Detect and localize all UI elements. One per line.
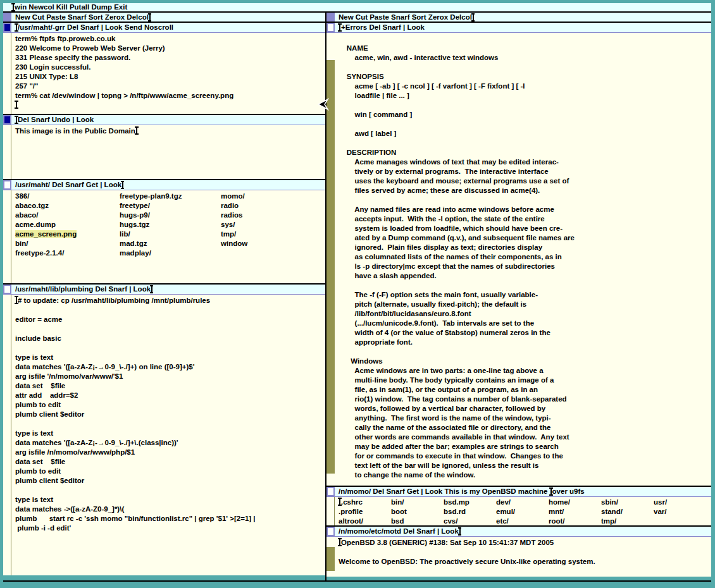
text-line[interactable]: DESCRIPTION [339, 148, 711, 157]
text-line[interactable]: system is loaded from loadfile, which sh… [339, 224, 711, 233]
listing-item[interactable]: momo/ [221, 192, 325, 201]
text-line[interactable]: editor = acme [15, 315, 325, 324]
text-line[interactable]: The -f (-F) option sets the main font, u… [339, 290, 711, 300]
listing-item[interactable]: etc/ [496, 517, 549, 525]
text-line[interactable]: (.../lucm/unicode.9.font). Tab intervals… [339, 319, 711, 328]
text-line[interactable]: type is text [15, 429, 325, 438]
text-line[interactable]: pitch (alternate, usually fixed-pitch); … [339, 300, 711, 309]
text-line[interactable]: plumb client $editor [15, 476, 325, 486]
text-line[interactable] [339, 101, 711, 110]
listing-item[interactable]: tmp/ [221, 230, 325, 239]
scrollbar[interactable] [3, 190, 11, 283]
text-line[interactable]: include basic [15, 334, 325, 343]
listing-item[interactable]: window [221, 239, 325, 248]
listing-item[interactable]: var/ [654, 507, 711, 517]
listing-item[interactable]: .profile [339, 507, 391, 517]
main-menu-text[interactable]: win Newcol Kill Putall Dump Exit [15, 3, 127, 12]
text-line[interactable] [339, 138, 711, 148]
text-line[interactable] [339, 347, 711, 357]
text-line[interactable] [15, 101, 325, 110]
text-line[interactable] [339, 281, 711, 290]
left-column-tag[interactable]: New Cut Paste Snarf Sort Zerox Delcol [3, 13, 325, 23]
text-line[interactable]: awd [ label ] [339, 129, 711, 138]
listing-item[interactable]: cvs/ [444, 517, 496, 525]
text-line[interactable]: type is text [15, 353, 325, 362]
listing-item[interactable]: acme_screen.png [15, 230, 120, 239]
listing-item[interactable]: bin/ [15, 239, 120, 248]
text-line[interactable]: data matches '([a-zA-Z¡-→0-9_\-./]+) on … [15, 362, 325, 372]
text-line[interactable]: data set $file [15, 457, 325, 467]
scrollbar-thumb[interactable] [326, 33, 335, 60]
listing-item[interactable]: emul/ [496, 507, 549, 517]
text-line[interactable]: data matches '([a-zA-Z¡-→0-9_\-./]+\.(cl… [15, 438, 325, 448]
text-line[interactable] [15, 419, 325, 429]
listing-item[interactable]: usr/ [654, 498, 711, 507]
text-line[interactable]: loadfile | file ... ] [339, 91, 711, 101]
text-line[interactable]: acme [ -ab ] [ -c ncol ] [ -f varfont ] … [339, 82, 711, 91]
plumbing-rules-text[interactable]: # to update: cp /usr/maht/lib/plumbing /… [11, 295, 325, 575]
listing-item[interactable]: abaco.tgz [15, 201, 120, 211]
listing-item[interactable]: sys/ [221, 220, 325, 230]
text-line[interactable]: data set $file [15, 381, 325, 391]
main-menu-bar[interactable]: win Newcol Kill Putall Dump Exit [3, 3, 711, 13]
selected-file[interactable]: acme_screen.png [15, 230, 77, 238]
text-line[interactable]: Acme manages windows of text that may be… [339, 157, 711, 167]
window-tag-text[interactable]: over u9fs [552, 487, 585, 496]
text-line[interactable]: width of 4 (or the value of $tabstop) nu… [339, 328, 711, 338]
text-line[interactable]: Welcome to OpenBSD: The proactively secu… [339, 557, 711, 567]
text-line[interactable]: uses the keyboard and mouse; external pr… [339, 176, 711, 186]
text-line[interactable]: win [ command ] [339, 110, 711, 119]
listing-item[interactable] [221, 248, 325, 258]
man-page-text[interactable]: NAME acme, win, awd - interactive text w… [335, 33, 711, 486]
listing-item[interactable]: mnt/ [549, 507, 601, 517]
text-line[interactable]: plumb to edit [15, 467, 325, 476]
listing-item[interactable]: bsd [391, 517, 444, 525]
text-line[interactable]: plumb -i -d edit' [15, 524, 325, 533]
window-dirty-box-icon[interactable] [3, 23, 11, 32]
listing-item[interactable]: tmp/ [601, 517, 654, 525]
window-clean-box-icon[interactable] [3, 285, 11, 294]
text-line[interactable]: words, followed by a vertical bar charac… [339, 404, 711, 413]
listing-item[interactable]: lib/ [120, 230, 221, 239]
window-clean-box-icon[interactable] [326, 487, 335, 496]
text-line[interactable]: term% ftpfs ftp.proweb.co.uk [15, 34, 325, 44]
text-line[interactable]: to change the name of the window. [339, 470, 711, 480]
column-drag-box-icon[interactable] [3, 13, 11, 21]
window-tag[interactable]: /usr/maht/-grr Del Snarf | Look Send Nos… [3, 23, 325, 33]
listing-item[interactable]: altroot/ [339, 517, 391, 525]
listing-item[interactable]: hugs-p9/ [120, 211, 221, 220]
window-tag-text[interactable]: /usr/maht/lib/plumbing Del Snarf | Look [15, 285, 151, 294]
window-tag-text[interactable]: /n/momo/ Del Snarf Get | Look This is my… [339, 487, 550, 496]
listing-item[interactable]: 386/ [15, 192, 120, 201]
text-line[interactable] [15, 343, 325, 353]
window-tag[interactable]: /usr/maht/lib/plumbing Del Snarf | Look [3, 285, 325, 295]
text-line[interactable] [15, 305, 325, 315]
column-drag-box-icon[interactable] [326, 13, 335, 21]
text-line[interactable]: for or commands to execute in that windo… [339, 451, 711, 461]
text-line[interactable]: Any named files are read into acme windo… [339, 205, 711, 214]
text-line[interactable]: plumb to edit [15, 400, 325, 410]
text-line[interactable] [339, 34, 711, 44]
text-line[interactable]: term% cat /dev/window | topng > /n/ftp/w… [15, 91, 325, 101]
scrollbar-thumb[interactable] [326, 571, 335, 577]
listing-item[interactable]: hugs.tgz [120, 220, 221, 230]
window-tag-text[interactable]: Del Snarf Undo | Look [18, 115, 94, 125]
listing-item[interactable]: freetype-2.1.4/ [15, 248, 120, 258]
text-line[interactable]: ated by a Dump command (q.v.), and subse… [339, 233, 711, 243]
text-line[interactable]: 230 Login successful. [15, 63, 325, 72]
listing-item[interactable]: root/ [549, 517, 601, 525]
text-line[interactable]: as columnated lists of the names of thei… [339, 252, 711, 262]
listing-item[interactable]: radio [221, 201, 325, 211]
right-column-tag[interactable]: New Cut Paste Snarf Sort Zerox Delcol [326, 13, 711, 23]
text-line[interactable]: may be added after the bar; examples are… [339, 442, 711, 451]
text-line[interactable] [15, 486, 325, 495]
scrollbar-thumb[interactable] [326, 474, 335, 486]
text-line[interactable] [339, 195, 711, 205]
motd-text[interactable]: OpenBSD 3.8 (GENERIC) #138: Sat Sep 10 1… [335, 537, 711, 577]
scrollbar[interactable] [3, 125, 11, 179]
text-line[interactable]: ignored. Plain files display as text; di… [339, 243, 711, 252]
window-tag[interactable]: /n/momo/etc/motd Del Snarf | Look [326, 527, 711, 537]
text-line[interactable]: NAME [339, 44, 711, 53]
text-line[interactable]: ls -p directory|mc except that the names… [339, 262, 711, 271]
text-line[interactable]: text left of the bar will be ignored, un… [339, 461, 711, 470]
